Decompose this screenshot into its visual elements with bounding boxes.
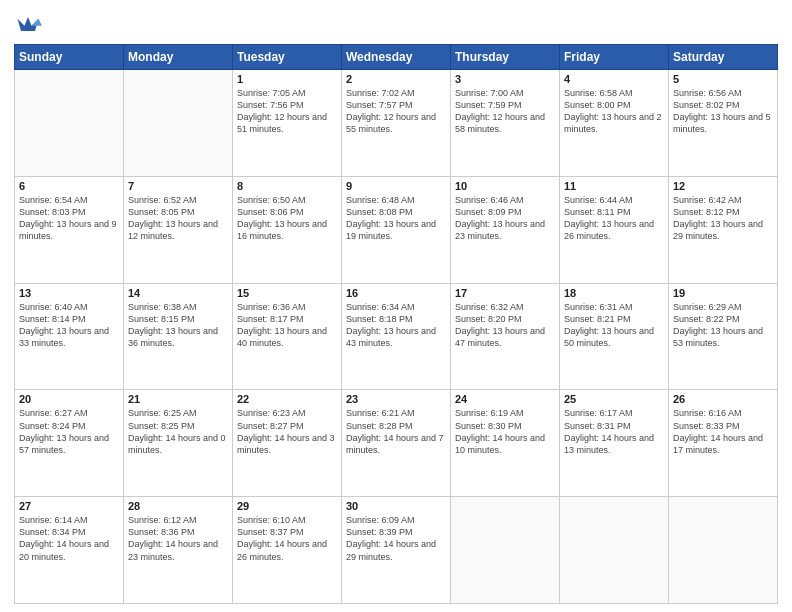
calendar-cell: 24Sunrise: 6:19 AM Sunset: 8:30 PM Dayli… <box>451 390 560 497</box>
logo <box>14 10 46 38</box>
day-info: Sunrise: 6:52 AM Sunset: 8:05 PM Dayligh… <box>128 194 228 243</box>
calendar-cell: 6Sunrise: 6:54 AM Sunset: 8:03 PM Daylig… <box>15 176 124 283</box>
day-info: Sunrise: 6:48 AM Sunset: 8:08 PM Dayligh… <box>346 194 446 243</box>
calendar-cell: 15Sunrise: 6:36 AM Sunset: 8:17 PM Dayli… <box>233 283 342 390</box>
calendar-cell: 25Sunrise: 6:17 AM Sunset: 8:31 PM Dayli… <box>560 390 669 497</box>
day-number: 18 <box>564 287 664 299</box>
day-number: 27 <box>19 500 119 512</box>
day-info: Sunrise: 6:29 AM Sunset: 8:22 PM Dayligh… <box>673 301 773 350</box>
calendar-cell: 16Sunrise: 6:34 AM Sunset: 8:18 PM Dayli… <box>342 283 451 390</box>
day-number: 12 <box>673 180 773 192</box>
calendar-cell <box>124 70 233 177</box>
day-info: Sunrise: 6:31 AM Sunset: 8:21 PM Dayligh… <box>564 301 664 350</box>
day-number: 2 <box>346 73 446 85</box>
header-day-wednesday: Wednesday <box>342 45 451 70</box>
calendar-cell: 11Sunrise: 6:44 AM Sunset: 8:11 PM Dayli… <box>560 176 669 283</box>
calendar-header: SundayMondayTuesdayWednesdayThursdayFrid… <box>15 45 778 70</box>
day-number: 1 <box>237 73 337 85</box>
day-info: Sunrise: 6:23 AM Sunset: 8:27 PM Dayligh… <box>237 407 337 456</box>
header-day-thursday: Thursday <box>451 45 560 70</box>
day-number: 6 <box>19 180 119 192</box>
day-info: Sunrise: 6:34 AM Sunset: 8:18 PM Dayligh… <box>346 301 446 350</box>
calendar-cell: 9Sunrise: 6:48 AM Sunset: 8:08 PM Daylig… <box>342 176 451 283</box>
week-row-3: 13Sunrise: 6:40 AM Sunset: 8:14 PM Dayli… <box>15 283 778 390</box>
day-info: Sunrise: 6:21 AM Sunset: 8:28 PM Dayligh… <box>346 407 446 456</box>
day-number: 9 <box>346 180 446 192</box>
week-row-2: 6Sunrise: 6:54 AM Sunset: 8:03 PM Daylig… <box>15 176 778 283</box>
day-info: Sunrise: 6:50 AM Sunset: 8:06 PM Dayligh… <box>237 194 337 243</box>
page: SundayMondayTuesdayWednesdayThursdayFrid… <box>0 0 792 612</box>
header-day-tuesday: Tuesday <box>233 45 342 70</box>
header-day-monday: Monday <box>124 45 233 70</box>
calendar-cell: 5Sunrise: 6:56 AM Sunset: 8:02 PM Daylig… <box>669 70 778 177</box>
calendar-cell: 22Sunrise: 6:23 AM Sunset: 8:27 PM Dayli… <box>233 390 342 497</box>
day-info: Sunrise: 6:42 AM Sunset: 8:12 PM Dayligh… <box>673 194 773 243</box>
header-row: SundayMondayTuesdayWednesdayThursdayFrid… <box>15 45 778 70</box>
day-info: Sunrise: 6:27 AM Sunset: 8:24 PM Dayligh… <box>19 407 119 456</box>
calendar-cell: 1Sunrise: 7:05 AM Sunset: 7:56 PM Daylig… <box>233 70 342 177</box>
header <box>14 10 778 38</box>
calendar-cell: 2Sunrise: 7:02 AM Sunset: 7:57 PM Daylig… <box>342 70 451 177</box>
day-number: 13 <box>19 287 119 299</box>
day-number: 11 <box>564 180 664 192</box>
calendar-body: 1Sunrise: 7:05 AM Sunset: 7:56 PM Daylig… <box>15 70 778 604</box>
calendar-cell: 29Sunrise: 6:10 AM Sunset: 8:37 PM Dayli… <box>233 497 342 604</box>
day-info: Sunrise: 6:58 AM Sunset: 8:00 PM Dayligh… <box>564 87 664 136</box>
day-number: 17 <box>455 287 555 299</box>
calendar-cell <box>669 497 778 604</box>
week-row-1: 1Sunrise: 7:05 AM Sunset: 7:56 PM Daylig… <box>15 70 778 177</box>
day-info: Sunrise: 6:09 AM Sunset: 8:39 PM Dayligh… <box>346 514 446 563</box>
calendar-cell: 30Sunrise: 6:09 AM Sunset: 8:39 PM Dayli… <box>342 497 451 604</box>
day-number: 5 <box>673 73 773 85</box>
day-info: Sunrise: 7:05 AM Sunset: 7:56 PM Dayligh… <box>237 87 337 136</box>
day-number: 14 <box>128 287 228 299</box>
day-number: 21 <box>128 393 228 405</box>
calendar-cell: 17Sunrise: 6:32 AM Sunset: 8:20 PM Dayli… <box>451 283 560 390</box>
header-day-sunday: Sunday <box>15 45 124 70</box>
day-number: 19 <box>673 287 773 299</box>
day-info: Sunrise: 7:02 AM Sunset: 7:57 PM Dayligh… <box>346 87 446 136</box>
calendar-cell: 23Sunrise: 6:21 AM Sunset: 8:28 PM Dayli… <box>342 390 451 497</box>
day-number: 28 <box>128 500 228 512</box>
calendar-cell: 14Sunrise: 6:38 AM Sunset: 8:15 PM Dayli… <box>124 283 233 390</box>
header-day-friday: Friday <box>560 45 669 70</box>
calendar-cell: 27Sunrise: 6:14 AM Sunset: 8:34 PM Dayli… <box>15 497 124 604</box>
calendar-cell: 20Sunrise: 6:27 AM Sunset: 8:24 PM Dayli… <box>15 390 124 497</box>
day-number: 25 <box>564 393 664 405</box>
calendar-cell <box>451 497 560 604</box>
day-number: 16 <box>346 287 446 299</box>
calendar-table: SundayMondayTuesdayWednesdayThursdayFrid… <box>14 44 778 604</box>
day-number: 23 <box>346 393 446 405</box>
calendar-cell: 3Sunrise: 7:00 AM Sunset: 7:59 PM Daylig… <box>451 70 560 177</box>
day-info: Sunrise: 6:36 AM Sunset: 8:17 PM Dayligh… <box>237 301 337 350</box>
calendar-cell <box>560 497 669 604</box>
day-info: Sunrise: 6:25 AM Sunset: 8:25 PM Dayligh… <box>128 407 228 456</box>
day-number: 24 <box>455 393 555 405</box>
week-row-5: 27Sunrise: 6:14 AM Sunset: 8:34 PM Dayli… <box>15 497 778 604</box>
calendar-cell: 21Sunrise: 6:25 AM Sunset: 8:25 PM Dayli… <box>124 390 233 497</box>
day-info: Sunrise: 6:16 AM Sunset: 8:33 PM Dayligh… <box>673 407 773 456</box>
day-number: 10 <box>455 180 555 192</box>
calendar-cell: 4Sunrise: 6:58 AM Sunset: 8:00 PM Daylig… <box>560 70 669 177</box>
day-number: 3 <box>455 73 555 85</box>
calendar-cell: 13Sunrise: 6:40 AM Sunset: 8:14 PM Dayli… <box>15 283 124 390</box>
week-row-4: 20Sunrise: 6:27 AM Sunset: 8:24 PM Dayli… <box>15 390 778 497</box>
day-info: Sunrise: 6:12 AM Sunset: 8:36 PM Dayligh… <box>128 514 228 563</box>
day-info: Sunrise: 6:19 AM Sunset: 8:30 PM Dayligh… <box>455 407 555 456</box>
day-info: Sunrise: 6:14 AM Sunset: 8:34 PM Dayligh… <box>19 514 119 563</box>
header-day-saturday: Saturday <box>669 45 778 70</box>
day-number: 7 <box>128 180 228 192</box>
day-info: Sunrise: 6:54 AM Sunset: 8:03 PM Dayligh… <box>19 194 119 243</box>
day-info: Sunrise: 6:10 AM Sunset: 8:37 PM Dayligh… <box>237 514 337 563</box>
day-number: 22 <box>237 393 337 405</box>
day-number: 4 <box>564 73 664 85</box>
calendar-cell: 10Sunrise: 6:46 AM Sunset: 8:09 PM Dayli… <box>451 176 560 283</box>
day-info: Sunrise: 6:38 AM Sunset: 8:15 PM Dayligh… <box>128 301 228 350</box>
day-number: 29 <box>237 500 337 512</box>
day-info: Sunrise: 6:46 AM Sunset: 8:09 PM Dayligh… <box>455 194 555 243</box>
calendar-cell: 26Sunrise: 6:16 AM Sunset: 8:33 PM Dayli… <box>669 390 778 497</box>
day-info: Sunrise: 7:00 AM Sunset: 7:59 PM Dayligh… <box>455 87 555 136</box>
day-info: Sunrise: 6:56 AM Sunset: 8:02 PM Dayligh… <box>673 87 773 136</box>
calendar-cell: 8Sunrise: 6:50 AM Sunset: 8:06 PM Daylig… <box>233 176 342 283</box>
day-info: Sunrise: 6:44 AM Sunset: 8:11 PM Dayligh… <box>564 194 664 243</box>
